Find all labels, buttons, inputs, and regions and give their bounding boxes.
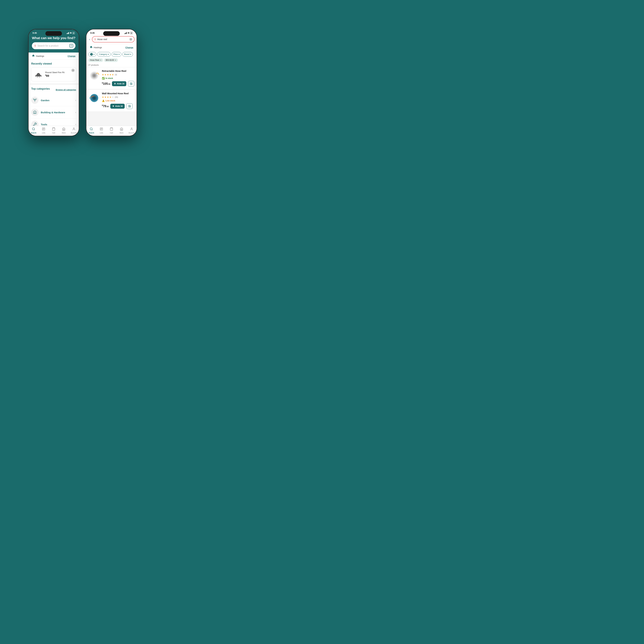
filter-price-label: Price	[113, 53, 118, 55]
top-cats-header: Top categories Browse all categories	[31, 87, 76, 92]
search-icon-2: ⚲	[94, 38, 96, 41]
search-input-placeholder[interactable]: Search for a product	[37, 44, 68, 47]
clear-search-btn[interactable]: ✕	[129, 38, 132, 41]
svg-point-15	[93, 97, 95, 99]
rv-close-btn[interactable]: ✕	[71, 69, 75, 72]
category-item-garden[interactable]: Garden ›	[31, 94, 76, 106]
nav-search-label-2: Search	[89, 132, 94, 134]
phone2-search-row: ‹ ⚲ Hose reel ✕	[86, 35, 137, 44]
low-stock-icon-2: ⚠️	[102, 99, 105, 102]
star-2-1: ★	[102, 96, 104, 98]
nav-store-icon-1	[62, 127, 65, 131]
phone1-title: What can we help you find?	[32, 36, 75, 40]
store-name-1: Hastings	[36, 55, 44, 57]
nav-lists-1[interactable]: Lists	[39, 127, 49, 134]
nav-store-1[interactable]: Store	[59, 127, 69, 134]
filter-brand-chevron: ▾	[130, 53, 131, 55]
signal-icon-2	[124, 32, 127, 34]
product-card-1[interactable]: Retractable Hose Reel ★ ★ ★ ★ ★ (3) ✅ In…	[86, 67, 137, 89]
filter-brand-label: Brand	[124, 53, 129, 55]
nav-search-1[interactable]: Search	[29, 127, 39, 134]
category-item-building[interactable]: Building & Hardware ›	[31, 106, 76, 118]
notch-1	[45, 31, 62, 36]
filter-chips-row: 1 ▾ Category ▾ Price ▾ Brand ▾	[86, 51, 137, 58]
nav-search-icon-1	[32, 127, 35, 131]
filter-dropdown-icon: ▾	[93, 53, 94, 55]
aisle-button-2[interactable]: Aisle 16	[110, 104, 125, 109]
signal-icon-1	[67, 32, 69, 34]
active-tag-hose-reel[interactable]: Hose Reel ✕	[88, 58, 103, 62]
filter-chip-all[interactable]: 1 ▾	[88, 52, 96, 57]
nav-account-label-2: Account	[129, 132, 135, 134]
nav-account-label-1: Account	[71, 132, 77, 134]
nav-store-2[interactable]: Store	[116, 127, 126, 134]
battery-icon-2: ▮	[130, 32, 133, 34]
nav-search-icon-2	[90, 127, 93, 131]
bottom-nav-1: Search Lists Cart	[29, 126, 79, 136]
category-item-tools[interactable]: Tools ›	[31, 118, 76, 126]
phone2-header: ‹ ⚲ Hose reel ✕ Ha	[86, 35, 137, 67]
nav-lists-2[interactable]: Lists	[96, 127, 107, 134]
store-bar-left-1: Hastings	[32, 54, 44, 58]
category-icon-garden	[31, 97, 38, 104]
nav-account-2[interactable]: Account	[126, 127, 137, 134]
top-categories-section: Top categories Browse all categories Gar…	[29, 85, 79, 126]
active-tag-hose-x[interactable]: ✕	[100, 59, 101, 61]
category-icon-building	[31, 109, 38, 116]
svg-point-1	[36, 74, 40, 75]
list-button-2[interactable]	[126, 103, 133, 109]
wifi-icon-2: ⌘	[127, 32, 129, 34]
status-icons-2: ⌘ ▮	[124, 32, 133, 34]
nav-cart-2[interactable]: Cart	[107, 127, 117, 134]
search-bar-2[interactable]: ⚲ Hose reel ✕	[92, 36, 135, 42]
search-bar-1[interactable]: ⚲ Search for a product ☰	[32, 42, 75, 49]
active-tag-price[interactable]: $50-$100 ✕	[104, 58, 118, 62]
bottom-nav-2: Search Lists Cart	[86, 126, 137, 136]
stars-2: ★ ★ ★ ★ ★ (15)	[102, 96, 135, 98]
product-card-2[interactable]: Wall Mounted Hose Reel ★ ★ ★ ★ ★ (15) ⚠️…	[86, 90, 137, 111]
star-2-2: ★	[104, 96, 107, 98]
svg-point-22	[131, 128, 132, 129]
list-button-1[interactable]	[128, 81, 134, 87]
rv-info: Round Steel Fire Pit $89	[45, 71, 74, 77]
change-store-2[interactable]: Change	[125, 46, 133, 49]
price-row-1: $105.50 Aisle 16	[102, 81, 135, 87]
stock-status-1: In stock	[106, 77, 113, 79]
product-name-1: Retractable Hose Reel	[102, 70, 135, 72]
filter-chip-price[interactable]: Price ▾	[112, 52, 121, 57]
active-tag-price-x[interactable]: ✕	[115, 59, 116, 61]
filter-chip-brand[interactable]: Brand ▾	[122, 52, 133, 57]
barcode-icon[interactable]: ☰	[69, 44, 73, 48]
store-home-icon-1	[32, 54, 35, 58]
nav-lists-label-1: Lists	[42, 132, 45, 134]
nav-account-icon-2	[130, 127, 133, 131]
nav-account-1[interactable]: Account	[69, 127, 79, 134]
star-1-1: ★	[102, 73, 104, 76]
rv-product-image	[33, 69, 43, 79]
nav-search-2[interactable]: Search	[86, 127, 96, 134]
product-image-1	[88, 70, 100, 81]
review-count-2: (15)	[115, 96, 118, 98]
nav-lists-icon-1	[42, 127, 45, 131]
stock-row-2: ⚠️ Low stock	[102, 99, 135, 102]
status-time-1: 9:45	[33, 32, 37, 34]
nav-search-label-1: Search	[31, 132, 36, 134]
store-bar-1: Hastings Change	[29, 53, 79, 60]
phone-1: 9:45 ⌘ ▮ What can we help you find? ⚲	[28, 29, 79, 136]
nav-store-label-2: Store	[120, 132, 124, 134]
back-button[interactable]: ‹	[88, 37, 91, 42]
category-chevron-building: ›	[75, 111, 76, 114]
review-count-1: (3)	[115, 74, 117, 76]
phone-2: 9:45 ⌘ ▮ ‹ ⚲	[86, 29, 137, 136]
nav-cart-1[interactable]: Cart	[49, 127, 59, 134]
change-store-1[interactable]: Change	[68, 55, 75, 57]
filter-chip-category[interactable]: Category ▾	[97, 52, 111, 57]
store-name-2: Hastings	[94, 46, 102, 49]
recently-viewed-card[interactable]: Round Steel Fire Pit $89 ✕	[31, 67, 76, 81]
aisle-button-1[interactable]: Aisle 16	[112, 81, 126, 86]
nav-cart-label-2: Cart	[110, 132, 113, 134]
active-filters-row: Hose Reel ✕ $50-$100 ✕	[86, 58, 137, 63]
nav-cart-icon-2	[110, 127, 113, 131]
browse-all-link[interactable]: Browse all categories	[56, 89, 76, 91]
search-query[interactable]: Hose reel	[97, 38, 128, 41]
